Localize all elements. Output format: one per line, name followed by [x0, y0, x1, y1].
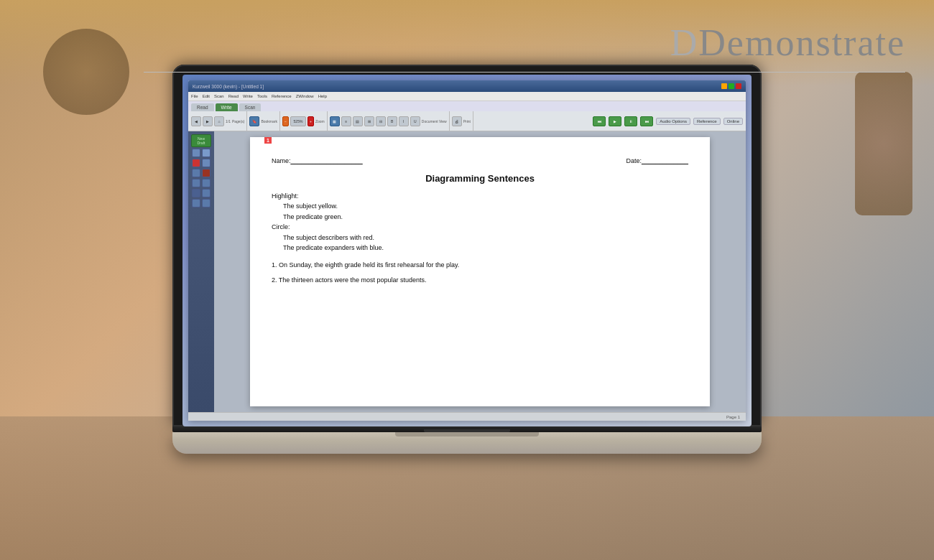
reference-button[interactable]: Reference [693, 118, 721, 125]
nav-group: ◀ ▶ ⌂ 1/1 Page(s) [191, 111, 247, 131]
sidebar: NewDraft [188, 131, 214, 412]
sidebar-row-2 [190, 159, 213, 167]
audio-options-button[interactable]: Audio Options [656, 118, 690, 125]
demonstrate-heading: DDemonstrate [670, 22, 905, 64]
decorative-line [144, 72, 905, 73]
prev-button[interactable]: ◀ [191, 116, 201, 126]
sidebar-row-3 [190, 169, 213, 177]
maximize-button[interactable] [729, 83, 734, 89]
menu-scan[interactable]: Scan [214, 94, 224, 98]
document-view-label: Document View [422, 119, 447, 123]
laptop-hinge [172, 426, 762, 432]
date-label: Date:_____________ [626, 157, 688, 164]
zoom-label: Zoom [315, 119, 325, 123]
content-area: NewDraft [188, 131, 746, 412]
minimize-button[interactable] [721, 83, 727, 89]
new-draft-button[interactable]: NewDraft [191, 134, 211, 147]
document-area: 1 Name:____________________ Date:_______… [214, 131, 746, 412]
menu-read[interactable]: Read [228, 94, 239, 98]
window-controls [721, 83, 741, 89]
circle-label: Circle: [272, 222, 688, 232]
tab-write[interactable]: Write [216, 103, 238, 111]
zoom-group: − 525% + Zoom [282, 111, 328, 131]
stop-button[interactable]: ⏭ [640, 116, 653, 126]
view-button[interactable]: ▦ [330, 116, 340, 126]
document-title: Diagramming Sentences [272, 173, 688, 184]
page-status: Page 1 [726, 415, 740, 419]
app-window: Kurzweil 3000 (kevin) - [Untitled 1] Fil… [188, 80, 746, 421]
circle-item-1: The subject describers with red. [283, 233, 688, 243]
sidebar-grid-button[interactable] [192, 179, 200, 187]
menu-bar: File Edit Scan Read Write Tools Referenc… [188, 92, 746, 101]
sidebar-rect-button[interactable] [192, 169, 200, 177]
bg-decoration-left [43, 29, 129, 115]
sidebar-delete-button[interactable] [202, 169, 211, 177]
sidebar-pencil-button[interactable] [192, 149, 200, 157]
sidebar-row-5 [190, 189, 213, 197]
demonstrate-d-letter: D [670, 22, 699, 63]
print-label: Print [463, 119, 471, 123]
page-info: 1/1 [226, 119, 231, 123]
view-btn-5[interactable]: ⊟ [376, 116, 386, 126]
rewind-button[interactable]: ⏮ [593, 116, 606, 126]
sidebar-pen-button[interactable] [202, 149, 211, 157]
sidebar-tag-button[interactable] [192, 199, 200, 207]
view-btn-3[interactable]: ▤ [353, 116, 363, 126]
next-button[interactable]: ▶ [203, 116, 213, 126]
menu-zwindow[interactable]: ZWindow [296, 94, 314, 98]
online-button[interactable]: Online [723, 118, 743, 125]
pause-button[interactable]: ⏸ [624, 116, 637, 126]
menu-reference[interactable]: Reference [272, 94, 292, 98]
close-button[interactable] [736, 83, 741, 89]
demonstrate-rest: Demonstrate [698, 22, 905, 63]
audio-toolbar: ⏮ ▶ ⏸ ⏭ Audio Options Reference Online [593, 116, 743, 126]
name-date-row: Name:____________________ Date:_________… [272, 157, 688, 164]
menu-write[interactable]: Write [243, 94, 253, 98]
bookmark-button[interactable]: 🔖 [249, 116, 259, 126]
zoom-out-button[interactable]: − [282, 116, 289, 126]
toolbar-tabs: Read Write Scan [188, 101, 746, 111]
sidebar-book-button[interactable] [192, 189, 200, 197]
sentence-2: 2. The thirteen actors were the most pop… [272, 275, 688, 285]
page-number-tab: 1 [264, 137, 272, 144]
instructions: Highlight: The subject yellow. The predi… [272, 191, 688, 253]
view-group: ▦ ≡ ▤ ⊞ ⊟ B I U Document View [330, 111, 450, 131]
sidebar-row-1 [190, 149, 213, 157]
status-bar: Page 1 [188, 412, 746, 421]
view-btn-7[interactable]: I [399, 116, 409, 126]
sidebar-link-button[interactable] [202, 159, 211, 167]
sidebar-notes-button[interactable] [202, 189, 211, 197]
sidebar-row-6 [190, 199, 213, 207]
sidebar-row-4 [190, 179, 213, 187]
highlight-item-1: The subject yellow. [283, 201, 688, 211]
menu-edit[interactable]: Edit [203, 94, 210, 98]
sidebar-grid2-button[interactable] [202, 179, 211, 187]
sidebar-mic-button[interactable] [192, 159, 200, 167]
home-button[interactable]: ⌂ [214, 116, 224, 126]
play-button[interactable]: ▶ [609, 116, 621, 126]
name-label: Name:____________________ [272, 157, 363, 164]
title-bar: Kurzweil 3000 (kevin) - [Untitled 1] [188, 80, 746, 92]
highlight-item-2: The predicate green. [283, 212, 688, 222]
view-btn-4[interactable]: ⊞ [364, 116, 374, 126]
bookmark-label: Bookmark [261, 119, 277, 123]
print-group: 🖨 Print [452, 111, 473, 131]
menu-tools[interactable]: Tools [257, 94, 267, 98]
pages-label: Page(s) [232, 119, 245, 123]
sidebar-img-button[interactable] [202, 199, 211, 207]
laptop: Kurzweil 3000 (kevin) - [Untitled 1] Fil… [172, 65, 762, 454]
circle-item-2: The predicate expanders with blue. [283, 243, 688, 253]
laptop-screen: Kurzweil 3000 (kevin) - [Untitled 1] Fil… [182, 75, 752, 426]
document-page: 1 Name:____________________ Date:_______… [250, 137, 710, 406]
tab-scan[interactable]: Scan [239, 103, 262, 111]
bg-decoration-right [855, 72, 912, 215]
view-btn-2[interactable]: ≡ [341, 116, 351, 126]
print-button[interactable]: 🖨 [452, 116, 462, 126]
zoom-in-button[interactable]: + [308, 116, 314, 126]
menu-help[interactable]: Help [318, 94, 327, 98]
view-btn-6[interactable]: B [387, 116, 397, 126]
menu-file[interactable]: File [191, 94, 198, 98]
tab-read[interactable]: Read [191, 103, 214, 111]
view-btn-8[interactable]: U [410, 116, 420, 126]
app-title: Kurzweil 3000 (kevin) - [Untitled 1] [193, 84, 721, 89]
